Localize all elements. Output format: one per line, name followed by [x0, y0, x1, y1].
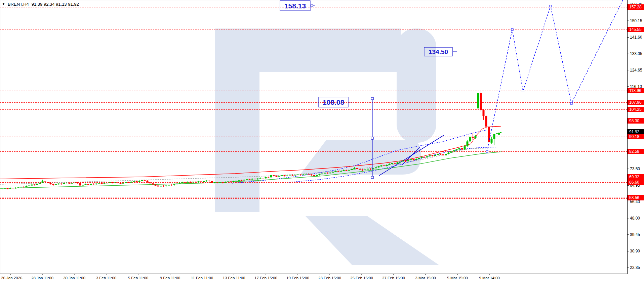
- zigzag-handle-4[interactable]: [550, 5, 552, 7]
- candle: [157, 185, 159, 187]
- candle-body: [493, 134, 495, 139]
- time-tick-label: 3 Feb 11:00: [96, 276, 117, 280]
- candle-body: [120, 183, 122, 184]
- candle-body: [294, 175, 296, 175]
- price-annotation-108.08[interactable]: 108.08: [319, 97, 353, 107]
- price-level-badge-text: 145.55: [629, 27, 642, 32]
- candle-body: [246, 179, 248, 180]
- candle-body: [456, 149, 458, 150]
- candle-body: [284, 175, 286, 176]
- watermark-top-band: [259, 29, 401, 72]
- candle-body: [370, 169, 372, 169]
- candle: [114, 182, 116, 184]
- candle-body: [488, 127, 490, 142]
- candle-body: [200, 181, 202, 182]
- price-annotation-158.13[interactable]: 158.13: [280, 1, 315, 11]
- candle-body: [380, 166, 383, 167]
- plot-area[interactable]: 158.13134.50108.08: [0, 0, 627, 265]
- candle-body: [20, 187, 22, 187]
- zigzag-handle-5[interactable]: [570, 102, 572, 104]
- watermark-leg: [305, 216, 439, 265]
- price-level-badge-text: 107.96: [629, 100, 642, 105]
- candle: [493, 134, 495, 145]
- candle: [187, 181, 189, 183]
- price-level-badge-82.58: 82.58: [628, 149, 644, 154]
- zigzag-handle-3[interactable]: [522, 90, 524, 92]
- candle-body: [182, 182, 184, 183]
- candle-body: [63, 183, 65, 184]
- price-level-badge-107.96: 107.96: [628, 100, 644, 105]
- candle-body: [496, 133, 498, 134]
- candle: [190, 181, 192, 183]
- price-tick-label: 48.00: [630, 216, 640, 221]
- vertical-line-handle-1[interactable]: [371, 97, 373, 100]
- candle-body: [286, 176, 288, 176]
- chart-canvas[interactable]: 158.13134.50108.08158.70150.15141.60133.…: [0, 0, 644, 282]
- candle-body: [149, 182, 151, 183]
- candle: [163, 185, 165, 187]
- candle-body: [122, 183, 124, 183]
- price-level-badge-text: 69.32: [629, 175, 639, 179]
- candle-body: [410, 159, 412, 160]
- candle-body: [184, 182, 186, 183]
- candle-body: [195, 182, 197, 182]
- candle: [28, 185, 30, 187]
- candle-body: [424, 157, 426, 157]
- candle-body: [319, 174, 321, 175]
- candle-body: [480, 93, 482, 110]
- zigzag-handle-1[interactable]: [486, 150, 488, 152]
- price-annotation-134.50[interactable]: 134.50: [424, 47, 457, 56]
- projection-zigzag-line[interactable]: [487, 0, 624, 151]
- candle-body: [176, 184, 178, 184]
- candle: [36, 183, 38, 185]
- candle: [176, 183, 178, 185]
- candle-body: [233, 181, 235, 182]
- time-axis[interactable]: 26 Jan 202628 Jan 11:0030 Jan 11:003 Feb…: [1, 274, 500, 280]
- candle: [23, 186, 25, 188]
- candle-body: [254, 179, 256, 179]
- symbol-dropdown-arrow-icon[interactable]: ▼: [2, 2, 5, 6]
- price-level-badge-text: 82.58: [629, 149, 639, 154]
- candle: [208, 180, 210, 182]
- candle-body: [160, 186, 162, 186]
- candle: [85, 184, 87, 185]
- candle-body: [179, 183, 181, 183]
- price-level-badge-text: 157.28: [629, 5, 642, 9]
- candle-body: [469, 137, 471, 141]
- price-tick-label: 22.35: [630, 265, 640, 270]
- candle: [87, 184, 89, 185]
- price-tick-label: 124.65: [630, 68, 642, 73]
- candle-body: [136, 181, 138, 182]
- candle-body: [28, 186, 30, 186]
- candle: [168, 184, 170, 186]
- candle: [483, 109, 485, 120]
- candle-body: [364, 170, 366, 170]
- candle-body: [292, 175, 294, 176]
- candle: [467, 140, 469, 147]
- candle: [82, 184, 84, 186]
- candle-body: [203, 181, 205, 182]
- candle-body: [399, 161, 401, 162]
- candle-body: [112, 182, 114, 183]
- time-tick-label: 25 Feb 15:00: [350, 276, 373, 280]
- candle-body: [270, 175, 272, 177]
- candle: [61, 183, 63, 185]
- candle: [42, 180, 44, 183]
- zigzag-handle-2[interactable]: [511, 29, 513, 31]
- candle-body: [79, 183, 81, 185]
- vertical-line-handle-2[interactable]: [371, 137, 373, 139]
- candle-body: [85, 184, 87, 185]
- candle-body: [95, 184, 97, 184]
- candle-body: [265, 177, 267, 178]
- annotation-handle[interactable]: [311, 5, 313, 7]
- candle: [69, 182, 71, 184]
- price-level-badge-104.25: 104.25: [628, 107, 644, 112]
- time-tick-label: 13 Feb 11:00: [223, 276, 245, 280]
- candle: [58, 183, 60, 185]
- vertical-line-handle-3[interactable]: [371, 176, 373, 179]
- candle-body: [77, 183, 79, 183]
- price-tick-label: 133.05: [630, 51, 642, 56]
- price-level-badge-text: 66.60: [629, 180, 639, 185]
- candle-body: [343, 170, 345, 171]
- candle-body: [491, 139, 493, 143]
